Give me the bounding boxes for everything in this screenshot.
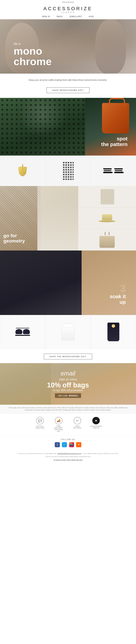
returns-icon: ↩ [74,417,81,424]
product-cell-earrings[interactable] [0,156,45,186]
logo-main[interactable]: ACCESSORIZE [0,6,136,11]
hero-text-block: life in mono chrome [14,42,52,67]
shop-monochrome-btn-bottom[interactable]: SHOP THE MONOCHROME EDIT [44,354,92,360]
returns-label: FREE RETURNS [71,426,83,429]
footer-icon-returns[interactable]: ↩ FREE RETURNS [71,417,83,432]
swimwear-cell-white-top[interactable] [45,315,91,349]
email-promo-content: email take an extra 10% off bags in our … [47,370,89,398]
dress-product-image [63,162,74,180]
geometry-right-products [78,186,136,250]
section-soak: 3 soak it up [0,250,136,315]
footer-icon-delivery[interactable]: 🚚 FREE DELIVERY FOR OVER £30 [53,417,65,432]
nav-item-kids[interactable]: KIDS [89,16,94,18]
delivery-icon: 🚚 [55,417,62,424]
footer-icon-treats[interactable]: ★ ACCESSORIZE TREATS [90,417,102,432]
email-promo-code: with code BAGS11 [55,393,81,398]
ask-label: ASK US A QUESTION [34,426,46,429]
logo-area: ACCESSORIZE LONDON [0,4,136,14]
bottom-shop-wrap: SHOP THE MONOCHROME EDIT [0,349,136,363]
earrings-product-image [18,164,28,178]
geo-product-hat[interactable] [78,208,136,229]
tc-section: *T&Cs apply. Extra 10% discount taken at… [0,405,136,413]
footer-text-line1: To ensure you receive the best from our … [10,452,126,455]
soak-label-line2: up [110,299,126,305]
email-promo-subtitle: take an extra [47,378,89,381]
product-row-1 [0,156,136,186]
instagram-icon[interactable]: 📷 [69,442,74,447]
geometry-left-image: go for geometry [0,186,78,250]
white-top-shape [61,324,75,340]
hat-shape [99,214,116,222]
privacy-policy-link[interactable]: To read our privacy policy please click … [53,459,83,461]
geo-product-tote[interactable] [78,229,136,250]
view-in-browser-link[interactable]: View in Browser [62,1,74,3]
footer-icon-ask[interactable]: 💬 ASK US A QUESTION [34,417,46,432]
footer-icons-row: 💬 ASK US A QUESTION 🚚 FREE DELIVERY FOR … [0,413,136,436]
ask-icon: 💬 [36,417,44,424]
nav-item-bags[interactable]: BAGS [57,16,63,18]
treats-icon: ★ [92,417,100,424]
soak-label-line1: soak it [110,294,126,299]
soak-bg-figure [82,250,136,315]
top-bar: View in Browser [0,0,136,4]
nav-item-jewellery[interactable]: JEWELLERY [69,16,82,18]
soak-number: 3 [110,284,126,294]
shop-monochrome-btn-top[interactable]: SHOP MONOCHROME EDIT [47,87,89,93]
hero-mono: mono [14,46,52,56]
treats-label: ACCESSORIZE TREATS [90,426,102,429]
intro-section: Keep your at-home outfits looking fresh … [0,74,136,85]
follow-section: FOLLOW US f 🐦 📷 B [0,436,136,450]
spot-dots-overlay [0,98,85,156]
geo-label-line2: geometry [4,238,25,244]
geo-product-blouse[interactable] [78,186,136,208]
delivery-label: FREE DELIVERY FOR OVER £30 [53,426,65,432]
email-code-value: BAGS11 [69,394,78,397]
spot-bag-prop [102,103,129,134]
geo-label: go for geometry [4,233,25,244]
spot-label-line2: the pattern [101,142,127,147]
swimsuit-shape [107,322,119,341]
geometry-main-image: go for geometry [0,186,136,250]
tote-shape [99,232,115,248]
soak-label: 3 soak it up [110,284,126,305]
section-spot: spot the pattern [0,98,136,156]
intro-text: Keep your at-home outfits looking fresh … [24,78,112,82]
email-promo-title: email [47,370,89,377]
shop-btn-wrap: SHOP MONOCHROME EDIT [0,85,136,98]
twitter-icon[interactable]: 🐦 [62,442,67,447]
email-bg-figure [0,363,51,405]
email-code-prefix: with code [58,394,68,397]
footer-text: To ensure you receive the best from our … [0,450,136,463]
section-geometry: go for geometry [0,186,136,250]
footer-email-link[interactable]: newsletter@email.accessorize.com [57,453,81,454]
email-promo-discount: 10% off bags [47,381,89,389]
swimwear-cell-swimsuit[interactable] [91,315,136,349]
sandals-product-image [103,168,123,173]
tc-text: *T&Cs apply. Extra 10% discount taken at… [8,407,128,411]
email-promo-offer-text: in our 30% off promotion [47,389,89,392]
earring-svg [18,164,28,178]
geo-label-line1: go for [4,233,25,238]
blog-icon[interactable]: B [76,442,81,447]
dress-shape [63,162,74,180]
swimwear-cell-bikini-top[interactable] [0,315,45,349]
spot-label: spot the pattern [101,136,127,147]
social-icons: f 🐦 📷 B [0,442,136,447]
follow-label: FOLLOW US [0,438,136,440]
geo-model2-figure [37,186,78,250]
hero-banner: life in mono chrome [0,19,136,74]
product-cell-sandals[interactable] [91,156,136,186]
product-cell-dress[interactable] [45,156,91,186]
spot-label-line1: spot [101,136,127,142]
soak-model-figure [0,250,85,315]
logo-sub: LONDON [0,11,136,14]
spot-hero-image: spot the pattern [0,98,136,156]
footer-text-line3: If you do not wish to receive these emai… [10,456,126,458]
nav-item-new-in[interactable]: NEW IN [42,16,50,18]
facebook-icon[interactable]: f [55,442,60,447]
email-promo-section: email take an extra 10% off bags in our … [0,363,136,405]
soak-hero-image: 3 soak it up [0,250,136,315]
blouse-shape [100,189,114,204]
hero-chrome: chrome [14,56,52,67]
nav-bar: NEW IN BAGS JEWELLERY KIDS [0,14,136,19]
